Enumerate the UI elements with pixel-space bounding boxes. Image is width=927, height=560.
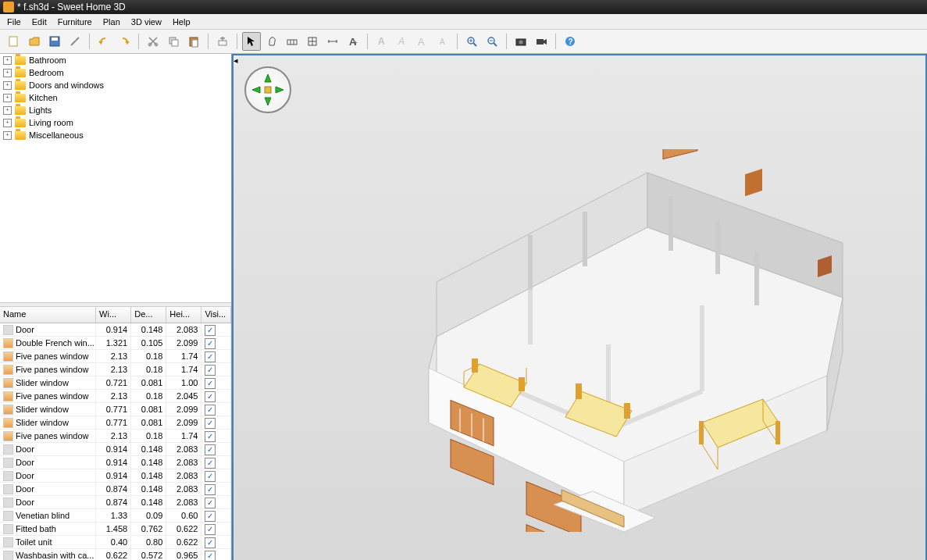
svg-text:A: A [418,36,425,48]
visibility-checkbox[interactable]: ✓ [205,444,216,455]
furniture-catalog[interactable]: +Bathroom+Bedroom+Doors and windows+Kitc… [0,54,231,302]
save-button[interactable] [45,32,64,51]
visibility-checkbox[interactable]: ✓ [205,378,216,389]
create-walls-button[interactable] [283,32,301,51]
menu-edit[interactable]: Edit [27,16,52,28]
open-button[interactable] [25,32,44,51]
redo-button[interactable] [115,32,134,51]
decrease-text-button[interactable]: A [433,32,452,51]
svg-rect-33 [519,377,525,391]
menu-help[interactable]: Help [167,16,196,28]
table-row[interactable]: Slider window0.7210.0811.00✓ [0,376,231,390]
table-row[interactable]: Five panes window2.130.181.74✓ [0,363,231,376]
visibility-checkbox[interactable]: ✓ [205,458,216,469]
visibility-checkbox[interactable]: ✓ [205,537,216,548]
col-height[interactable]: Hei... [166,307,201,323]
table-row[interactable]: Slider window0.7710.0812.099✓ [0,416,231,430]
table-row[interactable]: Door0.9140.1482.083✓ [0,469,231,483]
visibility-checkbox[interactable]: ✓ [205,391,216,402]
col-depth[interactable]: De... [131,307,166,323]
increase-text-button[interactable]: A [413,32,432,51]
visibility-checkbox[interactable]: ✓ [205,511,216,522]
svg-rect-0 [9,37,17,46]
menu-3d-view[interactable]: 3D view [126,16,167,28]
catalog-category[interactable]: +Miscellaneous [0,129,231,141]
select-tool-button[interactable] [242,32,261,51]
svg-rect-28 [537,39,544,45]
list-body[interactable]: Door0.9140.1482.083✓Double French win...… [0,323,231,560]
table-row[interactable]: Door0.8740.1482.083✓ [0,496,231,509]
create-photo-button[interactable] [512,32,530,51]
help-button[interactable]: ? [561,32,579,51]
menu-file[interactable]: File [2,16,27,28]
col-width[interactable]: Wi... [96,307,131,323]
table-row[interactable]: Venetian blind1.330.090.60✓ [0,509,231,523]
table-row[interactable]: Five panes window2.130.181.74✓ [0,430,231,443]
undo-button[interactable] [94,32,113,51]
expand-icon[interactable]: + [3,106,12,115]
visibility-checkbox[interactable]: ✓ [205,418,216,429]
text-italic-button[interactable]: A [393,32,412,51]
visibility-checkbox[interactable]: ✓ [205,365,216,376]
visibility-checkbox[interactable]: ✓ [205,484,216,495]
create-dimensions-button[interactable] [323,32,342,51]
expand-icon[interactable]: + [3,56,12,65]
catalog-category[interactable]: +Doors and windows [0,79,231,91]
navigation-compass[interactable] [244,66,291,113]
visibility-checkbox[interactable]: ✓ [205,351,216,362]
cell-visible: ✓ [201,403,231,416]
create-rooms-button[interactable] [303,32,322,51]
text-bold-button[interactable]: A [373,32,391,51]
visibility-checkbox[interactable]: ✓ [205,405,216,416]
table-row[interactable]: Fitted bath1.4580.7620.622✓ [0,523,231,536]
visibility-checkbox[interactable]: ✓ [205,471,216,482]
visibility-checkbox[interactable]: ✓ [205,338,216,349]
zoom-in-button[interactable] [462,32,481,51]
catalog-category[interactable]: +Kitchen [0,91,231,104]
paste-button[interactable] [184,32,203,51]
furniture-list: Name Wi... De... Hei... Visi... Door0.91… [0,307,231,560]
visibility-checkbox[interactable]: ✓ [205,524,216,535]
expand-icon[interactable]: + [3,131,12,140]
cut-button[interactable] [144,32,162,51]
visibility-checkbox[interactable]: ✓ [205,551,216,560]
table-row[interactable]: Double French win...1.3210.1052.099✓ [0,337,231,350]
table-row[interactable]: Door0.9140.1482.083✓ [0,443,231,456]
menu-plan[interactable]: Plan [98,16,126,28]
table-row[interactable]: Five panes window2.130.182.045✓ [0,390,231,403]
col-visible[interactable]: Visi... [201,307,231,323]
expand-icon[interactable]: + [3,81,12,90]
catalog-category[interactable]: +Bedroom [0,66,231,79]
table-row[interactable]: Five panes window2.130.181.74✓ [0,350,231,363]
create-text-button[interactable]: A+ [344,32,362,51]
visibility-checkbox[interactable]: ✓ [205,325,216,336]
table-row[interactable]: Door0.9140.1482.083✓ [0,323,231,337]
visibility-checkbox[interactable]: ✓ [205,498,216,508]
new-button[interactable] [5,32,23,51]
create-video-button[interactable] [532,32,551,51]
copy-button[interactable] [164,32,183,51]
table-row[interactable]: Door0.9140.1482.083✓ [0,456,231,469]
cell-name: Door [0,456,96,469]
table-row[interactable]: Slider window0.7710.0812.099✓ [0,403,231,416]
item-thumb-icon [3,338,13,348]
table-row[interactable]: Toilet unit0.400.800.622✓ [0,536,231,549]
expand-icon[interactable]: + [3,94,12,102]
table-row[interactable]: Door0.8740.1482.083✓ [0,483,231,496]
add-furniture-button[interactable] [213,32,232,51]
expand-icon[interactable]: + [3,119,12,127]
zoom-out-button[interactable] [483,32,501,51]
visibility-checkbox[interactable]: ✓ [205,431,216,442]
cell-visible: ✓ [201,390,231,402]
menu-furniture[interactable]: Furniture [52,16,98,28]
pan-tool-button[interactable] [262,32,281,51]
3d-viewport[interactable]: ◂ [232,54,927,560]
vertical-splitter-grip[interactable]: ◂ [234,55,238,65]
col-name[interactable]: Name [0,307,96,323]
preferences-button[interactable] [66,32,84,51]
table-row[interactable]: Washbasin with ca...0.6220.5720.965✓ [0,549,231,560]
catalog-category[interactable]: +Lights [0,104,231,116]
catalog-category[interactable]: +Living room [0,116,231,129]
expand-icon[interactable]: + [3,69,12,77]
catalog-category[interactable]: +Bathroom [0,54,231,66]
